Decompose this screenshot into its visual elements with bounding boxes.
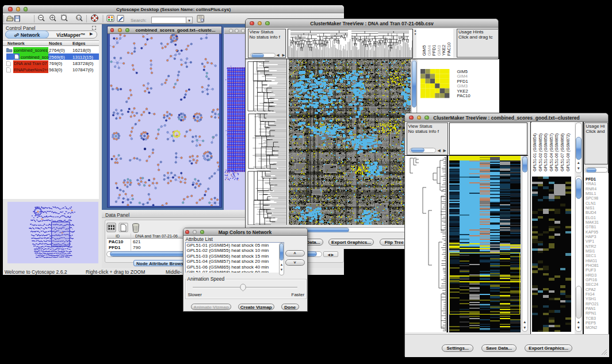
svg-text:1:1: 1:1 [77,17,81,20]
